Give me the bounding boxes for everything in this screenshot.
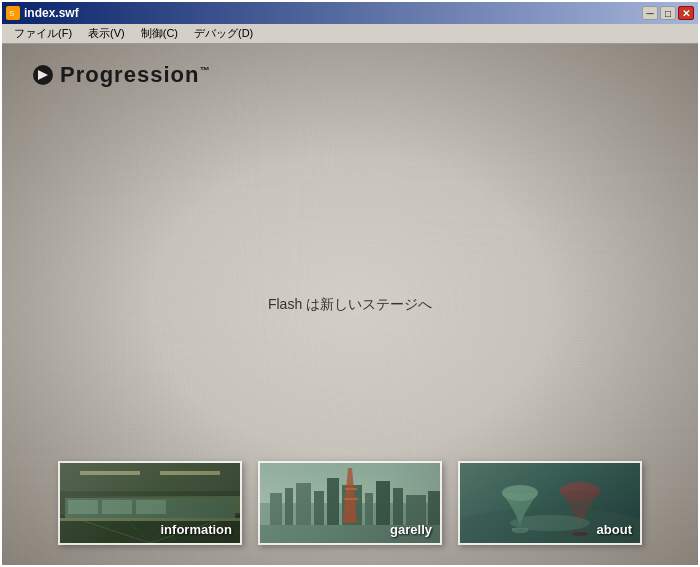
nav-panel-information[interactable]: information [58, 461, 242, 545]
menu-control[interactable]: 制御(C) [133, 24, 186, 43]
menu-bar: ファイル(F) 表示(V) 制御(C) デバッグ(D) [2, 24, 698, 44]
info-panel-label: information [161, 522, 233, 537]
svg-text:S: S [9, 9, 14, 18]
about-panel-label: about [597, 522, 632, 537]
nav-panels-container: information [2, 461, 698, 545]
logo-text: Progression™ [60, 62, 210, 88]
minimize-button[interactable]: ─ [642, 6, 658, 20]
title-bar: S index.swf ─ □ ✕ [2, 2, 698, 24]
menu-file[interactable]: ファイル(F) [6, 24, 80, 43]
maximize-button[interactable]: □ [660, 6, 676, 20]
nav-panel-garelly[interactable]: garelly [258, 461, 442, 545]
menu-view[interactable]: 表示(V) [80, 24, 133, 43]
nav-panel-about[interactable]: about [458, 461, 642, 545]
app-icon: S [6, 6, 20, 20]
progression-icon [32, 64, 54, 86]
close-button[interactable]: ✕ [678, 6, 694, 20]
logo-area: Progression™ [32, 62, 210, 88]
garelly-panel-label: garelly [390, 522, 432, 537]
window-controls: ─ □ ✕ [642, 6, 694, 20]
menu-debug[interactable]: デバッグ(D) [186, 24, 261, 43]
window-title: index.swf [24, 6, 79, 20]
application-window: S index.swf ─ □ ✕ ファイル(F) 表示(V) 制御(C) デバ… [0, 0, 700, 567]
main-tagline: Flash は新しいステージへ [268, 296, 432, 314]
flash-content-area: Progression™ Flash は新しいステージへ [2, 44, 698, 565]
